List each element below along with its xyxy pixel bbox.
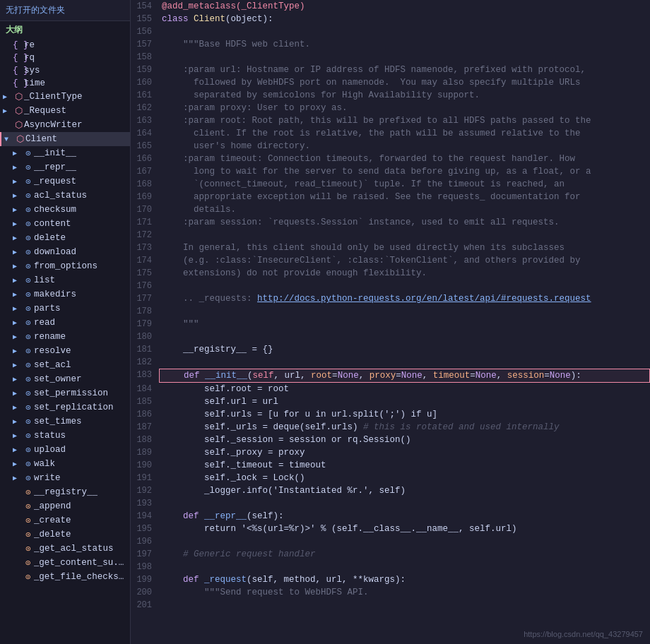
sidebar-item-label: __repr__ xyxy=(34,162,76,172)
sidebar-item-_delete[interactable]: ⊙_delete xyxy=(0,527,130,542)
method-icon: ⊙ xyxy=(23,261,34,272)
sidebar-item-set_owner[interactable]: ▶⊙set_owner xyxy=(0,372,130,386)
sidebar-item-rq[interactable]: { }rq xyxy=(0,52,130,64)
sidebar-item-content[interactable]: ▶⊙content xyxy=(0,217,130,231)
token: self._timeout = timeout xyxy=(162,460,326,470)
sidebar-item-set_times[interactable]: ▶⊙set_times xyxy=(0,415,130,429)
sidebar-item-upload[interactable]: ▶⊙upload xyxy=(0,443,130,457)
sidebar-item-_get_acl_status[interactable]: ⊙_get_acl_status xyxy=(0,542,130,556)
sidebar-item-checksum[interactable]: ▶⊙checksum xyxy=(0,203,130,217)
sidebar-item-list[interactable]: ▶⊙list xyxy=(0,273,130,287)
sidebar-item-acl_status[interactable]: ▶⊙acl_status xyxy=(0,189,130,203)
token: __registry__ = {} xyxy=(162,345,273,354)
sidebar-item-label: set_permission xyxy=(34,388,108,398)
sidebar-item-read[interactable]: ▶⊙read xyxy=(0,316,130,330)
sidebar-item-label: rq xyxy=(24,53,35,63)
sidebar-item-write[interactable]: ▶⊙write xyxy=(0,471,130,485)
line-number: 182 xyxy=(131,356,159,369)
token: , url, xyxy=(274,371,312,381)
line-number: 185 xyxy=(131,395,159,408)
line-number: 188 xyxy=(131,434,159,446)
method-icon: ⊙ xyxy=(23,388,34,399)
sidebar-item-sys[interactable]: { }sys xyxy=(0,64,130,77)
method-icon: ⊙ xyxy=(23,331,34,342)
method-icon: ⊙ xyxy=(23,162,34,173)
sidebar-item-AsyncWriter[interactable]: ⬡AsyncWriter xyxy=(0,118,130,132)
chevron-icon: ▶ xyxy=(13,333,23,341)
line-content: long to wait for the server to send data… xyxy=(159,165,650,178)
line-number: 174 xyxy=(131,254,159,267)
method-icon: ⊙ xyxy=(23,345,34,357)
sidebar-item-download[interactable]: ▶⊙download xyxy=(0,245,130,259)
sidebar-item-rename[interactable]: ▶⊙rename xyxy=(0,330,130,344)
method-icon: ⊙ xyxy=(23,289,34,300)
sidebar-item-_get_file_checksum[interactable]: ⊙_get_file_checksum xyxy=(0,570,130,584)
sidebar-item-walk[interactable]: ▶⊙walk xyxy=(0,457,130,471)
line-content xyxy=(159,356,650,369)
chevron-icon: ▶ xyxy=(13,205,23,214)
line-number: 193 xyxy=(131,497,159,510)
class-icon: ⬡ xyxy=(14,133,25,145)
sidebar-item-from_options[interactable]: ▶⊙from_options xyxy=(0,259,130,273)
sidebar-item-__registry__[interactable]: ⊙__registry__ xyxy=(0,485,130,499)
sidebar-item-status[interactable]: ▶⊙status xyxy=(0,429,130,443)
code-line: 176 xyxy=(131,280,650,292)
sidebar-item-label: __registry__ xyxy=(34,487,98,497)
sidebar-item-set_replication[interactable]: ▶⊙set_replication xyxy=(0,400,130,415)
attr-icon: ⊙ xyxy=(23,571,34,583)
token: = xyxy=(544,371,550,381)
line-number: 189 xyxy=(131,446,159,459)
line-number: 179 xyxy=(131,318,159,330)
code-line: 157 """Base HDFS web client. xyxy=(131,38,650,51)
code-line: 200 """Send request to WebHDFS API. xyxy=(131,586,650,599)
line-content: separated by semicolons for High Availab… xyxy=(159,89,650,102)
sidebar-item-label: __init__ xyxy=(34,148,76,158)
sidebar-header: 无打开的文件夹 xyxy=(0,0,130,21)
sidebar-item-__repr__[interactable]: ▶⊙__repr__ xyxy=(0,160,130,174)
sidebar-item-Client[interactable]: ▼⬡Client xyxy=(0,132,130,146)
sidebar-item-_ClientType[interactable]: ▶⬡_ClientType xyxy=(0,90,130,104)
chevron-icon: ▶ xyxy=(13,177,23,186)
chevron-icon: ▶ xyxy=(13,149,23,157)
sidebar-item-resolve[interactable]: ▶⊙resolve xyxy=(0,344,130,358)
sidebar-item-__init__[interactable]: ▶⊙__init__ xyxy=(0,146,130,160)
chevron-icon: ▶ xyxy=(13,431,23,440)
sidebar-item-_Request[interactable]: ▶⬡_Request xyxy=(0,104,130,118)
sidebar-item-set_acl[interactable]: ▶⊙set_acl xyxy=(0,358,130,372)
method-icon: ⊙ xyxy=(23,359,34,371)
code-line: 190 self._timeout = timeout xyxy=(131,459,650,472)
token: """ xyxy=(162,319,199,329)
sidebar-item-makedirs[interactable]: ▶⊙makedirs xyxy=(0,287,130,302)
sidebar-item-set_permission[interactable]: ▶⊙set_permission xyxy=(0,386,130,400)
sidebar-item-re[interactable]: { }re xyxy=(0,39,130,52)
sidebar-item-_request[interactable]: ▶⊙_request xyxy=(0,174,130,189)
code-line: 182 xyxy=(131,356,650,369)
sidebar-item-label: AsyncWriter xyxy=(24,120,83,130)
sidebar-item-_append[interactable]: ⊙_append xyxy=(0,499,130,513)
line-number: 183 xyxy=(131,369,159,383)
token: _logger.info('Instantiated %r.', self) xyxy=(162,486,406,496)
sidebar-item-label: set_acl xyxy=(34,360,71,370)
line-content: self._proxy = proxy xyxy=(159,446,650,459)
token: (self): xyxy=(247,511,284,521)
code-line: 183 def __init__(self, url, root=None, p… xyxy=(131,369,650,383)
sidebar-item-_get_content_su[interactable]: ⊙_get_content_su... xyxy=(0,556,130,570)
line-content: """ xyxy=(159,318,650,330)
braces-icon: { } xyxy=(13,53,24,63)
sidebar-item-label: _ClientType xyxy=(24,92,83,102)
line-content: self.urls = [u for u in url.split(';') i… xyxy=(159,408,650,421)
line-content: self._timeout = timeout xyxy=(159,459,650,472)
code-line: 165 user's home directory. xyxy=(131,140,650,153)
sidebar-item-delete[interactable]: ▶⊙delete xyxy=(0,231,130,245)
line-number: 200 xyxy=(131,586,159,599)
line-number: 161 xyxy=(131,89,159,102)
sidebar-item-parts[interactable]: ▶⊙parts xyxy=(0,302,130,316)
token: _request xyxy=(204,575,247,585)
sidebar-item-_create[interactable]: ⊙_create xyxy=(0,513,130,527)
sidebar-item-time[interactable]: { }time xyxy=(0,77,130,90)
chevron-icon: ▶ xyxy=(13,446,23,454)
line-content: client. If the root is relative, the pat… xyxy=(159,127,650,140)
code-line: 199 def _request(self, method, url, **kw… xyxy=(131,573,650,586)
line-content: return '<%s(url=%r)>' % (self.__class__.… xyxy=(159,523,650,535)
chevron-icon: ▶ xyxy=(13,220,23,228)
